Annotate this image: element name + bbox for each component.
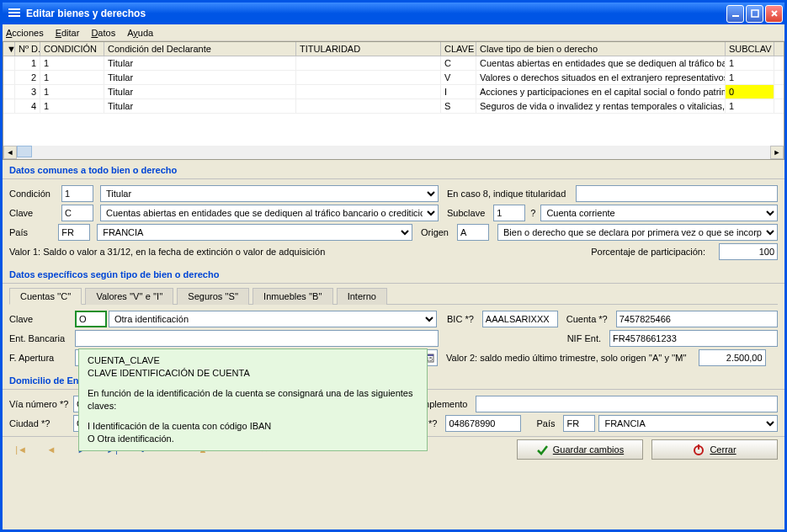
clave-select[interactable]: Cuentas abiertas en entidades que se ded…: [100, 205, 439, 221]
cell: S: [441, 99, 476, 113]
bic-input[interactable]: [482, 311, 558, 327]
minimize-button[interactable]: [726, 5, 744, 23]
cell: [296, 71, 441, 84]
svg-rect-2: [8, 15, 20, 17]
cell: 1: [726, 71, 774, 84]
caso8-input[interactable]: [576, 185, 778, 202]
tab-valores-vi[interactable]: Valores ''V'' e ''I'': [85, 288, 173, 305]
lbl-caso8: En caso 8, indique titularidad: [447, 189, 566, 199]
dom-pais-input[interactable]: [563, 415, 595, 432]
cell: 1: [726, 99, 774, 113]
cell: Titular: [104, 56, 296, 70]
spec-clave-input[interactable]: [75, 311, 107, 327]
tab-inmuebles-b[interactable]: Inmuebles ''B'': [253, 288, 333, 305]
cell: Titular: [104, 71, 296, 84]
menubar: Acciones Editar Datos Ayuda: [3, 24, 784, 41]
lbl-via: Vía número *?: [9, 399, 68, 409]
col-conddecl[interactable]: Condición del Declarante: [104, 42, 296, 56]
lbl-nifent: NIF Ent.: [567, 333, 601, 343]
pais-input[interactable]: [58, 224, 90, 241]
cell: 1: [40, 99, 104, 113]
cell: Cuentas abiertas en entidades que se ded…: [476, 56, 726, 70]
pais-select[interactable]: FRANCIA: [97, 224, 412, 241]
table-row[interactable]: 41TitularSSeguros de vida o invalidez y …: [3, 99, 784, 114]
lbl-subclave: Subclave: [447, 208, 485, 218]
grid-hscroll[interactable]: ◄ ►: [3, 146, 784, 159]
cuenta-input[interactable]: [616, 311, 778, 327]
clave-input[interactable]: [61, 205, 93, 221]
tab-seguros-s[interactable]: Seguros ''S'': [177, 288, 249, 305]
lbl-cuenta: Cuenta *?: [566, 314, 608, 324]
lbl-bic: BIC *?: [447, 314, 474, 324]
section-common-title: Datos comunes a todo bien o derecho: [3, 160, 784, 179]
col-nd[interactable]: Nº D.: [15, 42, 40, 56]
cell: 1: [40, 71, 104, 84]
col-clave[interactable]: CLAVE: [441, 42, 476, 56]
tab-interno[interactable]: Interno: [337, 288, 387, 305]
cerrar-button[interactable]: Cerrar: [651, 439, 778, 460]
subclave-help-icon[interactable]: ?: [530, 208, 535, 218]
entbanc-input[interactable]: [75, 330, 439, 347]
valor2-input[interactable]: [699, 349, 766, 366]
save-icon: [536, 444, 548, 455]
data-grid[interactable]: ▼ Nº D. CONDICIÓN Condición del Declaran…: [3, 41, 784, 160]
table-row[interactable]: 31TitularIAcciones y participaciones en …: [3, 85, 784, 99]
lbl-origen: Origen: [421, 227, 449, 237]
lbl-fapertura: F. Apertura: [9, 353, 70, 363]
pct-input[interactable]: [719, 243, 778, 260]
cell: [3, 56, 15, 70]
menu-datos[interactable]: Datos: [91, 28, 115, 38]
section-specific-title: Datos específicos según tipo de bien o d…: [3, 264, 784, 284]
subclave-select[interactable]: Cuenta corriente: [540, 205, 778, 221]
table-row[interactable]: 21TitularVValores o derechos situados en…: [3, 71, 784, 85]
col-clavetipo[interactable]: Clave tipo de bien o derecho: [476, 42, 726, 56]
lbl-pct: Porcentaje de participación:: [591, 247, 705, 257]
spec-clave-select[interactable]: Otra identificación: [109, 311, 437, 327]
cell: 2: [15, 71, 40, 84]
dom-pais-select[interactable]: FRANCIA: [598, 415, 778, 432]
tabs: Cuentas ''C'' Valores ''V'' e ''I'' Segu…: [9, 287, 778, 305]
cell: I: [441, 85, 476, 98]
condicion-input[interactable]: [61, 185, 93, 202]
cp-input[interactable]: [445, 415, 521, 432]
origen-input[interactable]: [457, 224, 489, 241]
scroll-right-icon[interactable]: ►: [770, 146, 784, 159]
scroll-left-icon[interactable]: ◄: [3, 146, 17, 159]
col-marker[interactable]: ▼: [3, 42, 15, 56]
cell: 4: [15, 99, 40, 113]
table-row[interactable]: 11TitularCCuentas abiertas en entidades …: [3, 56, 784, 71]
lbl-clave: Clave: [9, 208, 56, 218]
close-button[interactable]: [765, 5, 783, 23]
cell: 1: [40, 56, 104, 70]
origen-select[interactable]: Bien o derecho que se declara por primer…: [497, 224, 778, 241]
lbl-ciudad: Ciudad *?: [9, 418, 68, 428]
cell: C: [441, 56, 476, 70]
menu-acciones[interactable]: Acciones: [6, 28, 44, 38]
col-subclav[interactable]: SUBCLAV: [726, 42, 774, 56]
nav-prev-icon[interactable]: ◄: [40, 441, 63, 458]
cell: Titular: [104, 85, 296, 98]
lbl-pais: País: [9, 227, 53, 237]
cell: Titular: [104, 99, 296, 113]
svg-rect-3: [732, 15, 739, 17]
maximize-button[interactable]: [746, 5, 763, 23]
guardar-button[interactable]: Guardar cambios: [517, 439, 643, 460]
lbl-condicion: Condición: [9, 189, 56, 199]
condicion-select[interactable]: Titular: [100, 185, 439, 202]
subclave-input[interactable]: [493, 205, 525, 221]
lbl-valor1: Valor 1: Saldo o valor a 31/12, en la fe…: [9, 247, 586, 257]
cell: 1: [15, 56, 40, 70]
col-tit[interactable]: TITULARIDAD: [296, 42, 441, 56]
nav-first-icon[interactable]: |◄: [9, 441, 33, 458]
cell: 1: [726, 56, 774, 70]
menu-ayuda[interactable]: Ayuda: [127, 28, 153, 38]
col-cond[interactable]: CONDICIÓN: [40, 42, 104, 56]
cell: Valores o derechos situados en el extran…: [476, 71, 726, 84]
nifent-input[interactable]: [609, 330, 778, 347]
lbl-entbanc: Ent. Bancaria: [9, 333, 70, 343]
cell: [296, 85, 441, 98]
tooltip-cuenta-clave: CUENTA_CLAVE CLAVE IDENTIFICACIÓN DE CUE…: [78, 348, 428, 451]
menu-editar[interactable]: Editar: [56, 28, 80, 38]
tab-cuentas-c[interactable]: Cuentas ''C'': [9, 288, 82, 305]
comp-input[interactable]: [476, 396, 778, 412]
